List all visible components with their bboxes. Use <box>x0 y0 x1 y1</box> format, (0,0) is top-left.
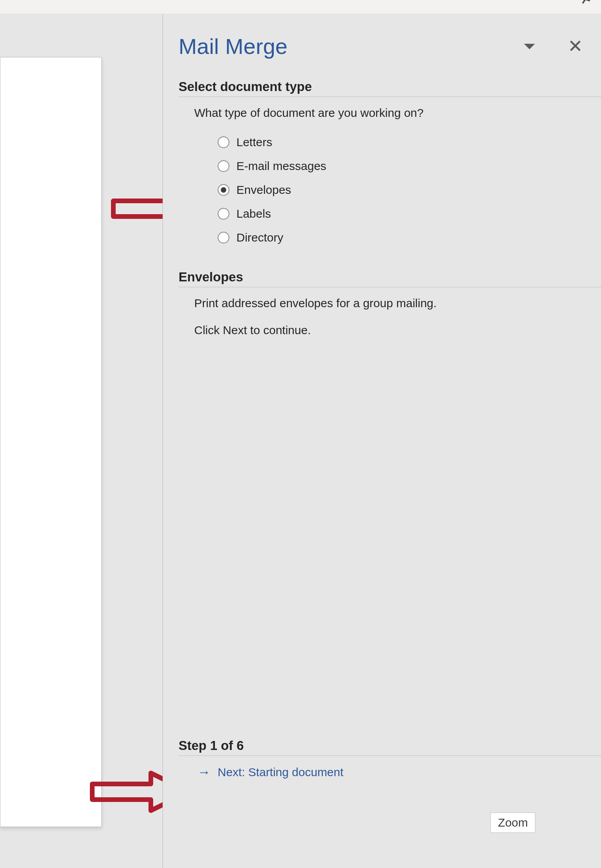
wizard-step-block: Step 1 of 6 → Next: Starting document <box>179 738 601 780</box>
ribbon-bar: ⌃ <box>0 0 601 14</box>
pane-title-row: Mail Merge ✕ <box>179 34 601 59</box>
radio-label: Envelopes <box>236 181 291 199</box>
radio-icon <box>218 160 229 172</box>
radio-label: E-mail messages <box>236 157 326 175</box>
description-line: Click Next to continue. <box>194 321 601 339</box>
doctype-radio-envelopes[interactable]: Envelopes <box>194 178 601 202</box>
collapse-ribbon-icon[interactable]: ⌃ <box>579 2 595 8</box>
arrow-right-icon: → <box>197 764 211 780</box>
doctype-radio-email[interactable]: E-mail messages <box>194 154 601 178</box>
zoom-label: Zoom <box>498 816 528 829</box>
section-header: Envelopes <box>179 270 601 287</box>
section-body: Print addressed envelopes for a group ma… <box>179 287 601 339</box>
zoom-button[interactable]: Zoom <box>490 813 535 833</box>
pane-title: Mail Merge <box>179 34 524 59</box>
next-step-label: Next: Starting document <box>218 766 343 779</box>
description-line: Print addressed envelopes for a group ma… <box>194 294 601 312</box>
next-step-link[interactable]: → Next: Starting document <box>179 756 601 780</box>
radio-label: Labels <box>236 205 271 222</box>
section-body: What type of document are you working on… <box>179 97 601 249</box>
prompt-text: What type of document are you working on… <box>194 104 601 122</box>
doctype-radio-letters[interactable]: Letters <box>194 130 601 154</box>
pane-options-dropdown-icon[interactable] <box>524 44 535 49</box>
radio-icon <box>218 136 229 148</box>
mail-merge-task-pane: Mail Merge ✕ Select document type What t… <box>163 14 601 868</box>
document-page[interactable] <box>0 57 102 827</box>
doctype-radio-directory[interactable]: Directory <box>194 226 601 249</box>
step-header: Step 1 of 6 <box>179 738 601 756</box>
select-document-type-section: Select document type What type of docume… <box>179 79 601 249</box>
doctype-radio-labels[interactable]: Labels <box>194 202 601 226</box>
radio-label: Letters <box>236 133 272 151</box>
work-area: Mail Merge ✕ Select document type What t… <box>0 14 601 868</box>
close-icon[interactable]: ✕ <box>565 39 585 53</box>
radio-icon <box>218 184 229 196</box>
radio-icon <box>218 208 229 220</box>
radio-icon <box>218 232 229 243</box>
radio-label: Directory <box>236 229 283 246</box>
section-header: Select document type <box>179 79 601 97</box>
envelopes-section: Envelopes Print addressed envelopes for … <box>179 270 601 339</box>
